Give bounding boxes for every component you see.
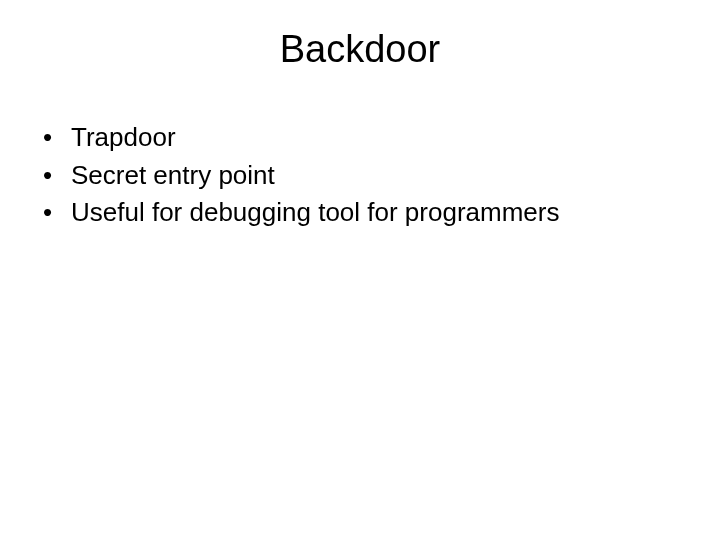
slide-title: Backdoor: [25, 28, 695, 71]
list-item: Secret entry point: [43, 157, 695, 195]
list-item: Trapdoor: [43, 119, 695, 157]
bullet-list: Trapdoor Secret entry point Useful for d…: [25, 119, 695, 232]
list-item: Useful for debugging tool for programmer…: [43, 194, 695, 232]
slide-container: Backdoor Trapdoor Secret entry point Use…: [0, 0, 720, 540]
